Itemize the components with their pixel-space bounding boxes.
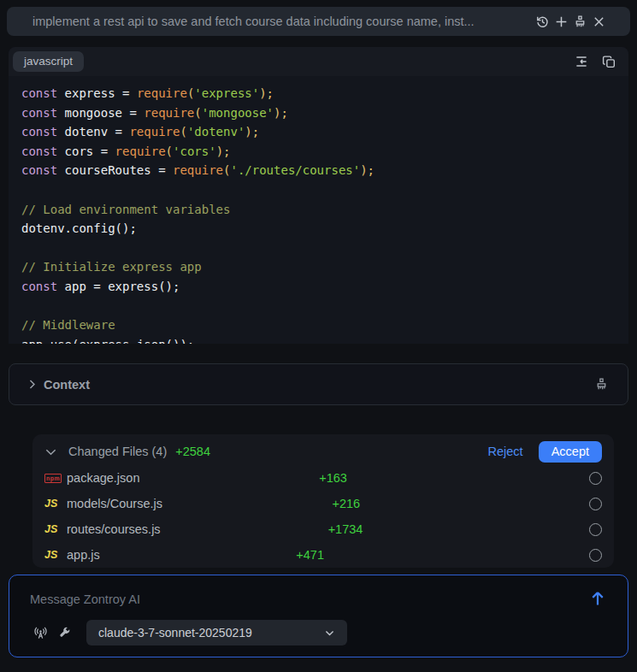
additions-count: +1734: [328, 522, 363, 536]
assistant-panel: implement a rest api to save and fetch c…: [0, 0, 637, 672]
context-toggle[interactable]: Context: [27, 378, 90, 392]
file-row[interactable]: JSroutes/courses.js+1734: [44, 516, 602, 542]
code-content: const express = require('express');const…: [9, 76, 628, 344]
context-clean-broom-icon[interactable]: [592, 375, 610, 394]
javascript-icon: JS: [44, 498, 67, 510]
code-line: const dotenv = require('dotenv');: [21, 122, 620, 142]
message-composer: claude-3-7-sonnet-20250219: [9, 575, 628, 657]
code-line: const app = express();: [21, 277, 620, 297]
code-block: javascript const express = require('expr…: [9, 47, 628, 344]
additions-count: +163: [319, 471, 347, 485]
code-line: const mongoose = require('mongoose');: [21, 103, 620, 123]
copy-icon[interactable]: [599, 52, 618, 71]
changed-files-list: npmpackage.json+163JSmodels/Course.js+21…: [44, 465, 602, 568]
model-name: claude-3-7-sonnet-20250219: [98, 626, 324, 640]
code-line: [21, 297, 620, 316]
file-status-circle[interactable]: [589, 549, 602, 562]
additions-count: +216: [332, 497, 360, 510]
file-name: routes/courses.js: [67, 522, 161, 536]
file-row[interactable]: JSapp.js+471: [44, 542, 602, 568]
code-line: // Initialize express app: [21, 257, 620, 277]
file-name: package.json: [67, 471, 139, 485]
file-status-circle[interactable]: [589, 523, 602, 536]
history-icon[interactable]: [533, 12, 551, 31]
wrench-icon[interactable]: [56, 624, 73, 641]
changed-files-title: Changed Files (4): [68, 445, 167, 458]
changed-files-panel: Changed Files (4) +2584 Reject Accept np…: [32, 434, 614, 568]
prompt-text: implement a rest api to save and fetch c…: [32, 15, 524, 28]
code-line: const express = require('express');: [21, 84, 620, 103]
changed-files-header: Changed Files (4) +2584 Reject Accept: [44, 438, 602, 465]
code-line: const courseRoutes = require('./routes/c…: [21, 161, 620, 180]
clean-broom-icon[interactable]: [570, 12, 589, 31]
code-line: // Load environment variables: [21, 200, 620, 220]
language-badge: javascript: [13, 51, 84, 72]
message-input[interactable]: [30, 589, 569, 610]
file-name: models/Course.js: [67, 497, 162, 510]
model-selector[interactable]: claude-3-7-sonnet-20250219: [86, 620, 347, 645]
total-additions: +2584: [175, 445, 210, 458]
send-arrow-up-icon[interactable]: [588, 589, 607, 608]
file-status-circle[interactable]: [589, 498, 602, 510]
composer-toolbar: claude-3-7-sonnet-20250219: [32, 620, 347, 645]
file-name: app.js: [67, 548, 100, 562]
file-status-circle[interactable]: [589, 472, 602, 485]
prompt-bar: implement a rest api to save and fetch c…: [7, 7, 630, 36]
chevron-right-icon: [27, 379, 38, 390]
file-row[interactable]: JSmodels/Course.js+216: [44, 491, 602, 516]
accept-button[interactable]: Accept: [539, 441, 602, 463]
reject-button[interactable]: Reject: [488, 445, 523, 458]
code-line: dotenv.config();: [21, 219, 620, 239]
code-line: // Middleware: [21, 315, 620, 335]
context-section: Context: [9, 363, 628, 405]
code-line: [21, 239, 620, 258]
javascript-icon: JS: [44, 523, 67, 535]
context-label: Context: [44, 378, 90, 392]
code-line: [21, 180, 620, 200]
npm-icon: npm: [44, 474, 67, 483]
broadcast-antenna-icon[interactable]: [32, 624, 49, 641]
close-icon[interactable]: [589, 12, 608, 31]
code-block-header: javascript: [9, 47, 628, 76]
code-line: app.use(express.json());: [21, 335, 620, 344]
file-row[interactable]: npmpackage.json+163: [44, 465, 602, 491]
chevron-down-icon[interactable]: [44, 445, 62, 458]
model-chevron-down-icon: [324, 628, 335, 639]
code-line: const cors = require('cors');: [21, 142, 620, 162]
javascript-icon: JS: [44, 549, 67, 561]
new-chat-icon[interactable]: [551, 12, 570, 31]
additions-count: +471: [296, 548, 324, 562]
insert-code-icon[interactable]: [572, 52, 591, 71]
